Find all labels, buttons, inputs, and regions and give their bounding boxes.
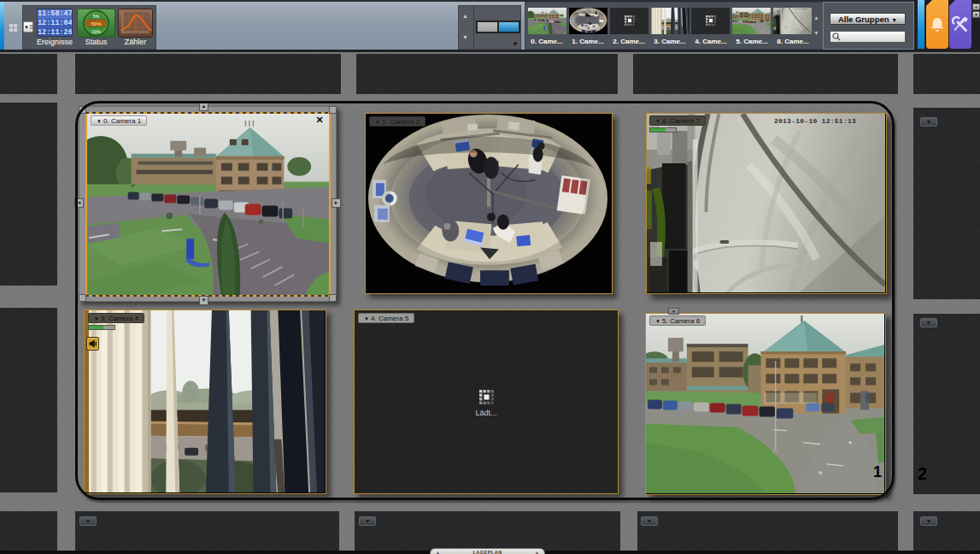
svg-text:10%: 10% [91, 29, 101, 34]
svg-text:50%: 50% [91, 21, 102, 27]
svg-text:5%: 5% [93, 14, 100, 19]
